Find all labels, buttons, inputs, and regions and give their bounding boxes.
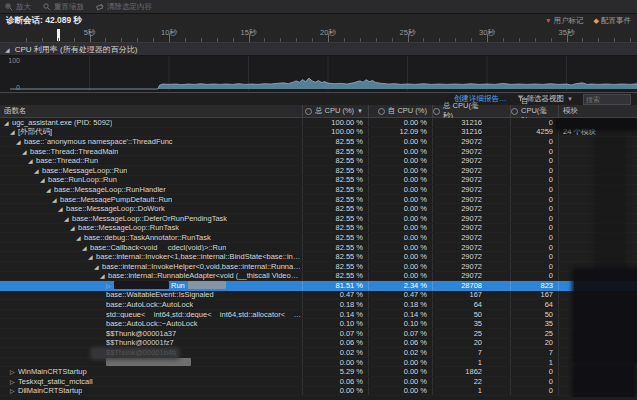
column-header-2[interactable]: 总 CPU (%)▼ (302, 105, 368, 117)
timeline-ruler[interactable]: 5秒10秒15秒20秒25秒30秒35秒 (0, 28, 637, 43)
total-cpu-ms-cell: 29072 (432, 214, 510, 223)
expand-arrow-open-icon[interactable]: ◢ (64, 215, 72, 222)
expand-arrow-open-icon[interactable]: ◢ (88, 253, 96, 260)
expand-arrow-closed-icon[interactable]: ▷ (10, 387, 18, 394)
zoom-reset-button[interactable]: 重置缩放 (43, 2, 84, 12)
table-row[interactable]: ▷DllMainCRTStartup0.00 %0.00 %10 (0, 387, 637, 397)
table-row[interactable]: ◢[外部代码]100.00 %12.09 %31216425924 个模块 (0, 128, 637, 138)
expand-arrow-open-icon[interactable]: ◢ (16, 138, 24, 145)
total-cpu-pct-cell: 82.55 % (302, 272, 368, 281)
column-header-5[interactable]: 自 CPU(毫秒) (510, 105, 558, 117)
clock-icon (305, 108, 312, 115)
table-row[interactable]: 0.00 %0.00 %11 (0, 358, 637, 368)
column-header-4[interactable]: 总 CPU(毫秒) (432, 105, 510, 117)
table-row[interactable]: ◢base::MessageLoop::DoWork82.55 %0.00 %2… (0, 204, 637, 214)
ruler-tick (423, 38, 424, 42)
self-cpu-ms-cell: 0 (510, 118, 558, 127)
function-name-cell: ◢base::MessageLoop::RunTask (0, 224, 302, 233)
self-cpu-pct-cell: 12.09 % (368, 128, 432, 137)
total-cpu-pct-cell: 82.55 % (302, 147, 368, 156)
expand-arrow-open-icon[interactable]: ◢ (28, 157, 36, 164)
table-row[interactable]: ◢base::MessageLoop::Run82.55 %0.00 %2907… (0, 166, 637, 176)
zoom-in-button[interactable]: 放大 (5, 2, 31, 12)
expand-arrow-open-icon[interactable]: ◢ (22, 148, 30, 155)
expand-arrow-closed-icon[interactable]: ▷ (106, 282, 114, 289)
cpu-utilization-graph[interactable]: 100 0 (0, 56, 637, 93)
table-row[interactable]: $$Thunk@00001fz70.06 %0.06 %2020 (0, 339, 637, 349)
expand-arrow-open-icon[interactable]: ◢ (52, 196, 60, 203)
expand-arrow-open-icon[interactable]: ◢ (58, 205, 66, 212)
clear-selection-icon (96, 3, 104, 11)
table-row[interactable]: ◢base::MessagePumpDefault::Run82.55 %0.0… (0, 195, 637, 205)
table-row[interactable]: base::AutoLock::AutoLock0.18 %0.18 %6464 (0, 300, 637, 310)
table-row[interactable]: ▷Run81.51 %2.34 %28708823 (0, 281, 637, 291)
total-cpu-pct-cell: 82.55 % (302, 185, 368, 194)
total-cpu-ms-cell: 20 (432, 339, 510, 348)
expand-arrow-closed-icon[interactable]: ▷ (10, 368, 18, 375)
column-header-label: 自 CPU (%) (388, 106, 427, 116)
expand-arrow-open-icon[interactable]: ◢ (34, 167, 42, 174)
total-cpu-ms-cell: 29072 (432, 252, 510, 261)
function-name: DllMainCRTStartup (18, 387, 82, 396)
table-row[interactable]: ◢base::internal::RunnableAdapter<void (_… (0, 272, 637, 282)
search-input[interactable] (583, 94, 631, 105)
expand-arrow-closed-icon[interactable]: ▷ (10, 378, 18, 385)
expand-arrow-open-icon[interactable]: ◢ (10, 128, 18, 135)
total-cpu-ms-cell: 25 (432, 329, 510, 338)
self-cpu-pct-cell: 0.00 % (368, 377, 432, 386)
redaction-blur (114, 281, 169, 289)
table-row[interactable]: ◢base::Thread::ThreadMain82.55 %0.00 %29… (0, 147, 637, 157)
table-row[interactable]: ◢base::RunLoop::Run82.55 %0.00 %290720 (0, 176, 637, 186)
table-row[interactable]: ◢base::debug::TaskAnnotator::RunTask82.5… (0, 233, 637, 243)
table-row[interactable]: base::AutoLock::~AutoLock0.10 %0.10 %353… (0, 319, 637, 329)
function-name-cell: ▷Teskxqt_static_mctcall (0, 377, 302, 386)
table-row[interactable]: ◢base::MessageLoop::DeferOrRunPendingTas… (0, 214, 637, 224)
total-cpu-pct-cell: 100.00 % (302, 118, 368, 127)
zoom-in-icon (5, 3, 13, 11)
user-mark-icon: ▼ (545, 17, 552, 24)
collapse-triangle-icon[interactable]: ◢ (5, 46, 10, 53)
cpu-section-header[interactable]: ◢ CPU 利用率 (所有处理器的百分比) (0, 43, 637, 56)
expand-arrow-open-icon[interactable]: ◢ (76, 234, 84, 241)
function-name-cell: ◢base::Thread::Run (0, 156, 302, 165)
table-row[interactable]: base::WaitableEvent::IsSignaled0.47 %0.4… (0, 291, 637, 301)
table-row[interactable]: ◢base::MessageLoop::RunHandler82.55 %0.0… (0, 185, 637, 195)
session-duration-label: 诊断会话: 42.089 秒 (6, 15, 82, 27)
self-cpu-ms-cell: 25 (510, 329, 558, 338)
self-cpu-pct-cell: 0.06 % (368, 339, 432, 348)
total-cpu-pct-cell: 82.55 % (302, 243, 368, 252)
self-cpu-ms-cell: 0 (510, 185, 558, 194)
self-cpu-pct-cell: 0.00 % (368, 214, 432, 223)
self-cpu-pct-cell: 0.00 % (368, 252, 432, 261)
table-row[interactable]: ◢base::`anonymous namespace'::ThreadFunc… (0, 137, 637, 147)
table-row[interactable]: ◢base::Callback<void __cdecl(void)>::Run… (0, 243, 637, 253)
function-name: base::MessageLoop::Run (42, 166, 127, 175)
table-row[interactable]: ▷Teskxqt_static_mctcall0.06 %0.00 %220 (0, 377, 637, 387)
total-cpu-pct-cell: 82.55 % (302, 252, 368, 261)
clear-selection-button[interactable]: 清除选定内容 (96, 2, 152, 12)
expand-arrow-open-icon[interactable]: ◢ (70, 224, 78, 231)
expand-arrow-open-icon[interactable]: ◢ (100, 272, 108, 279)
expand-arrow-open-icon[interactable]: ◢ (82, 244, 90, 251)
total-cpu-pct-cell: 81.51 % (302, 281, 368, 290)
table-row[interactable]: ◢base::Thread::Run82.55 %0.00 %290720 (0, 156, 637, 166)
zoom-in-label: 放大 (16, 2, 31, 12)
total-cpu-pct-cell: 82.55 % (302, 262, 368, 271)
column-header-1[interactable]: 函数名 (0, 105, 302, 117)
table-row[interactable]: $$Thunk@00001a370.07 %0.07 %2525 (0, 329, 637, 339)
column-header-6[interactable]: 模块 (558, 105, 637, 117)
expand-arrow-open-icon[interactable]: ◢ (4, 119, 12, 126)
table-row[interactable]: ◢base::MessageLoop::RunTask82.55 %0.00 %… (0, 224, 637, 234)
table-row[interactable]: ▷WinMainCRTStartup5.29 %0.00 %18620 (0, 367, 637, 377)
column-header-3[interactable]: 自 CPU (%) (368, 105, 432, 117)
self-cpu-ms-cell: 1 (510, 358, 558, 367)
table-row[interactable]: ◢base::internal::Invoker<1,base::interna… (0, 252, 637, 262)
expand-arrow-open-icon[interactable]: ◢ (46, 186, 54, 193)
redaction-blur (188, 281, 226, 289)
expand-arrow-open-icon[interactable]: ◢ (94, 263, 102, 270)
table-row[interactable]: std::queue<__int64,std::deque<__int64,st… (0, 310, 637, 320)
table-row[interactable]: ◢ugc_assistant.exe (PID: 5092)100.00 %0.… (0, 118, 637, 128)
table-row[interactable]: ◢base::internal::InvokeHelper<0,void,bas… (0, 262, 637, 272)
expand-arrow-open-icon[interactable]: ◢ (40, 176, 48, 183)
total-cpu-ms-cell: 29072 (432, 147, 510, 156)
